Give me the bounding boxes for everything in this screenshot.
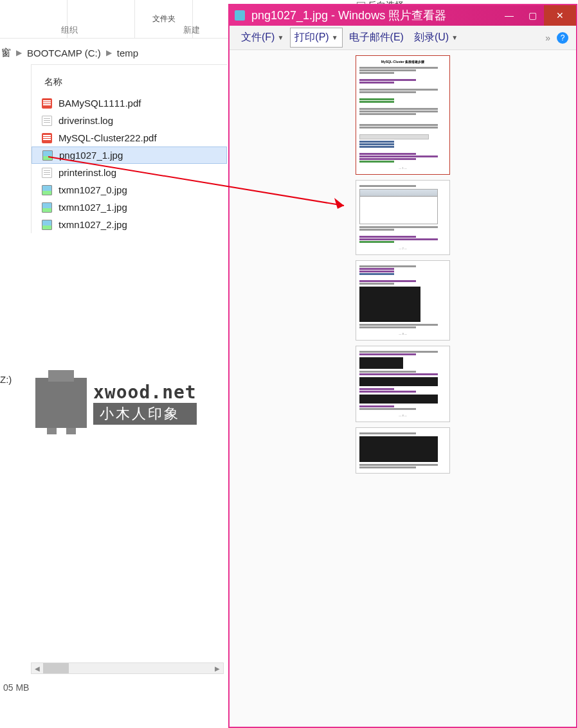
minimize-button[interactable]: — [498, 5, 521, 26]
ribbon-cell[interactable] [0, 0, 68, 38]
menu-email[interactable]: 电子邮件(E) [345, 28, 408, 47]
image-icon [42, 150, 53, 161]
menu-print[interactable]: 打印(P) ▼ [290, 28, 342, 48]
titlebar[interactable]: png1027_1.jpg - Windows 照片查看器 — ▢ ✕ [230, 5, 576, 26]
image-icon [42, 202, 52, 213]
new-group-label: 新建 [183, 24, 200, 36]
watermark-text: xwood.net 小木人印象 [93, 382, 197, 425]
file-name: png1027_1.jpg [59, 150, 123, 161]
menu-file-label: 文件(F) [241, 31, 275, 44]
watermark: xwood.net 小木人印象 [35, 378, 197, 428]
chevron-down-icon: ▼ [277, 34, 284, 41]
image-icon [42, 220, 52, 230]
maximize-button[interactable]: ▢ [521, 5, 544, 26]
watermark-domain: xwood.net [93, 382, 197, 403]
overflow-icon[interactable]: » [545, 33, 550, 43]
chevron-right-icon: ▶ [106, 48, 112, 57]
organize-group-label: 组织 [61, 24, 78, 36]
file-name: driverinst.log [59, 115, 113, 126]
preview-page: — 3 — [356, 260, 450, 341]
robot-icon [35, 378, 87, 428]
file-item[interactable]: txmn1027_0.jpg [32, 181, 227, 199]
horizontal-scrollbar[interactable]: ◀ ▶ [31, 662, 224, 674]
menu-burn[interactable]: 刻录(U) ▼ [410, 28, 462, 47]
breadcrumb-item[interactable]: 窗 [1, 47, 11, 59]
breadcrumb-item[interactable]: BOOTCAMP (C:) [27, 48, 101, 58]
help-icon[interactable]: ? [557, 32, 568, 44]
close-button[interactable]: ✕ [544, 5, 576, 26]
pdf-icon [42, 133, 52, 143]
file-item[interactable]: txmn1027_2.jpg [32, 216, 227, 233]
text-file-icon [42, 116, 52, 126]
menubar: 文件(F) ▼ 打印(P) ▼ 电子邮件(E) 刻录(U) ▼ » ? [230, 26, 576, 50]
viewer-content: MySQL-Cluster 集群搭建步骤 — 1 — [230, 50, 576, 727]
file-name: txmn1027_0.jpg [59, 184, 127, 195]
window-buttons: — ▢ ✕ [498, 5, 576, 26]
chevron-right-icon: ▶ [16, 48, 22, 57]
scroll-thumb[interactable] [43, 663, 69, 673]
photo-viewer-window: png1027_1.jpg - Windows 照片查看器 — ▢ ✕ 文件(F… [228, 4, 577, 728]
chevron-down-icon: ▼ [332, 34, 338, 41]
drive-label[interactable]: Z:) [0, 374, 12, 385]
file-item[interactable]: printerinst.log [32, 164, 227, 181]
text-file-icon [42, 168, 52, 178]
scroll-left-icon[interactable]: ◀ [32, 663, 43, 673]
breadcrumb[interactable]: 窗 ▶ BOOTCAMP (C:) ▶ temp [0, 42, 228, 64]
file-item[interactable]: txmn1027_1.jpg [32, 199, 227, 216]
menu-email-label: 电子邮件(E) [349, 31, 404, 44]
file-list-pane: 名称 BAMySQL1111.pdf driverinst.log MySQL-… [31, 64, 227, 233]
menu-file[interactable]: 文件(F) ▼ [237, 28, 287, 47]
window-title: png1027_1.jpg - Windows 照片查看器 [251, 8, 498, 23]
menu-print-label: 打印(P) [294, 31, 329, 44]
file-item[interactable]: BAMySQL1111.pdf [32, 94, 227, 112]
watermark-chinese: 小木人印象 [93, 403, 197, 425]
preview-page: — 4 — [356, 346, 450, 422]
preview-doc-title: MySQL-Cluster 集群搭建步骤 [359, 60, 446, 65]
file-name: BAMySQL1111.pdf [59, 98, 141, 109]
file-name: MySQL-Cluster222.pdf [59, 132, 157, 143]
status-bar: 05 MB [0, 676, 32, 699]
file-item[interactable]: driverinst.log [32, 112, 227, 129]
app-icon [235, 10, 245, 21]
file-item[interactable]: MySQL-Cluster222.pdf [32, 129, 227, 146]
pdf-icon [42, 98, 52, 109]
menu-burn-label: 刻录(U) [414, 31, 449, 44]
column-header-name[interactable]: 名称 [32, 70, 227, 94]
image-icon [42, 185, 52, 195]
scroll-right-icon[interactable]: ▶ [212, 663, 223, 673]
preview-page: MySQL-Cluster 集群搭建步骤 — 1 — [356, 55, 450, 175]
folder-label: 文件夹 [152, 13, 176, 24]
preview-image: MySQL-Cluster 集群搭建步骤 — 1 — [356, 55, 450, 722]
file-name: printerinst.log [59, 167, 116, 178]
chevron-down-icon: ▼ [451, 34, 458, 41]
file-item-selected[interactable]: png1027_1.jpg [32, 146, 227, 164]
breadcrumb-item[interactable]: temp [117, 48, 138, 58]
file-name: txmn1027_2.jpg [59, 219, 127, 230]
preview-page [356, 427, 450, 474]
file-name: txmn1027_1.jpg [59, 202, 127, 213]
preview-page: — 2 — [356, 180, 450, 255]
